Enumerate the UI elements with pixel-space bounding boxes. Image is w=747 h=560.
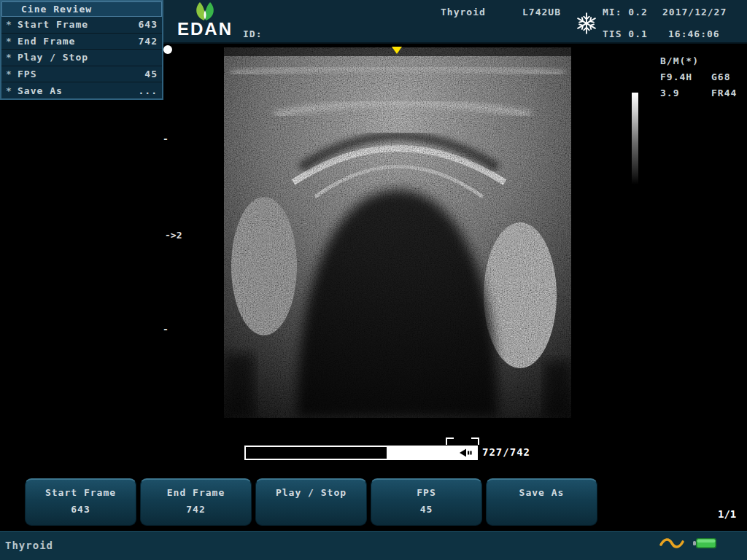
- edan-leaf-icon: [190, 1, 220, 21]
- softkey-end-frame[interactable]: End Frame 742: [140, 478, 252, 526]
- menu-bullet: *: [6, 85, 18, 96]
- edan-logo: EDAN: [174, 1, 236, 37]
- menu-item-save-as[interactable]: * Save As ...: [1, 82, 162, 98]
- loop-range-bracket-right: [471, 438, 479, 445]
- probe-model-label: L742UB: [522, 7, 561, 18]
- statusbar-exam-type: Thyroid: [5, 540, 53, 551]
- freeze-snowflake-icon: [576, 12, 597, 34]
- menu-item-value: 643: [139, 19, 158, 30]
- menu-title: Cine Review: [1, 1, 162, 17]
- battery-icon: [692, 536, 719, 551]
- gain-readout: G68: [711, 71, 730, 82]
- softkey-label: Start Frame: [26, 487, 136, 498]
- cine-frame-counter: 727/742: [482, 446, 530, 458]
- softkey-label: FPS: [371, 487, 481, 498]
- system-time: 16:46:06: [668, 28, 720, 39]
- grayscale-bar: [632, 93, 638, 184]
- menu-bullet: *: [6, 52, 18, 63]
- menu-item-label: Start Frame: [18, 19, 139, 30]
- menu-item-label: Save As: [18, 85, 139, 96]
- softkey-page-indicator: 1/1: [718, 508, 736, 520]
- cine-progress-bar[interactable]: [244, 446, 478, 460]
- softkey-start-frame[interactable]: Start Frame 643: [25, 478, 136, 526]
- menu-item-label: FPS: [18, 69, 144, 79]
- rewind-arrow-icon[interactable]: [457, 448, 473, 458]
- menu-item-end-frame[interactable]: * End Frame 742: [1, 34, 162, 50]
- mode-readout: B/M(*): [660, 55, 699, 66]
- menu-bullet: *: [6, 19, 18, 30]
- softkey-label: Play / Stop: [256, 487, 366, 498]
- softkey-value: 643: [26, 504, 136, 515]
- cine-review-menu: Cine Review * Start Frame 643 * End Fram…: [0, 0, 163, 100]
- softkey-save-as[interactable]: Save As: [486, 478, 597, 526]
- mi-readout: MI: 0.2: [603, 7, 648, 18]
- menu-item-play-stop[interactable]: * Play / Stop: [1, 50, 162, 66]
- menu-item-value: 45: [144, 69, 158, 79]
- menu-item-value: ...: [139, 85, 158, 96]
- softkey-play-stop[interactable]: Play / Stop: [255, 478, 367, 526]
- ultrasound-image: [224, 47, 571, 418]
- frame-rate-readout: FR44: [711, 88, 737, 98]
- ac-power-wave-icon: [659, 537, 685, 550]
- menu-bullet: *: [6, 69, 18, 79]
- frequency-readout: F9.4H: [660, 71, 692, 82]
- patient-id-label: ID:: [243, 28, 262, 39]
- softkey-value: 742: [141, 504, 251, 515]
- brand-name: EDAN: [174, 21, 236, 37]
- status-bar: Thyroid: [0, 531, 747, 560]
- ultrasound-screen: EDAN ID: Thyroid L742UB MI: 0.2 TIS 0.1 …: [0, 0, 747, 560]
- menu-item-start-frame[interactable]: * Start Frame 643: [1, 17, 162, 34]
- exam-type-label: Thyroid: [441, 7, 486, 18]
- menu-bullet: *: [6, 36, 18, 47]
- depth-tick: -: [163, 133, 169, 144]
- softkey-label: End Frame: [141, 487, 251, 498]
- softkey-value: 45: [371, 504, 481, 515]
- tis-readout: TIS 0.1: [603, 28, 648, 39]
- menu-cursor-dot: [163, 45, 172, 54]
- focus-depth-marker: ->2: [165, 230, 182, 241]
- probe-orientation-marker-icon: [392, 47, 402, 54]
- softkey-fps[interactable]: FPS 45: [371, 478, 482, 526]
- depth-tick: -: [163, 324, 169, 335]
- loop-range-bracket-left: [446, 438, 454, 445]
- menu-item-label: End Frame: [18, 36, 139, 47]
- menu-item-value: 742: [139, 36, 158, 47]
- menu-item-label: Play / Stop: [18, 52, 158, 63]
- depth-readout: 3.9: [660, 88, 679, 98]
- system-date: 2017/12/27: [662, 7, 727, 18]
- menu-item-fps[interactable]: * FPS 45: [1, 66, 162, 83]
- softkey-label: Save As: [487, 487, 597, 498]
